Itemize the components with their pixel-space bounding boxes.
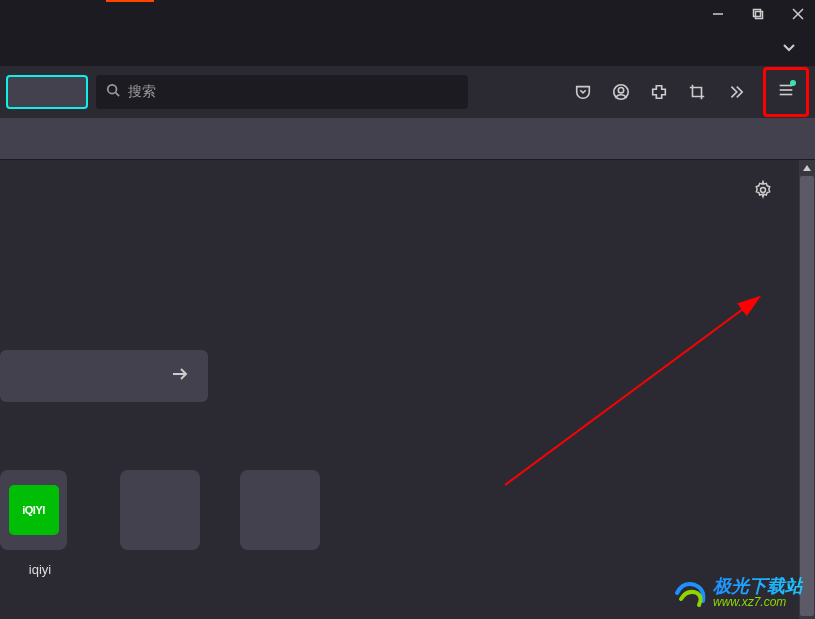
shortcut-tile[interactable] (120, 470, 200, 577)
homepage-search-bar[interactable] (0, 350, 208, 402)
address-bar[interactable] (6, 75, 88, 109)
shortcut-tiles: iQIYI iqiyi (0, 470, 320, 577)
shortcut-tile-iqiyi[interactable]: iQIYI iqiyi (0, 470, 80, 577)
svg-rect-1 (754, 10, 761, 17)
iqiyi-logo-icon: iQIYI (9, 485, 59, 535)
tile-label: iqiyi (29, 562, 51, 577)
tab-bar (0, 28, 815, 66)
screenshot-icon[interactable] (687, 82, 707, 102)
notification-dot (790, 80, 796, 86)
pocket-icon[interactable] (573, 82, 593, 102)
svg-point-8 (618, 88, 623, 93)
search-icon (106, 83, 120, 101)
tabs-dropdown-button[interactable] (779, 37, 799, 57)
bookmark-bar (0, 118, 815, 160)
settings-button[interactable] (751, 178, 775, 202)
window-controls (709, 5, 807, 23)
maximize-button[interactable] (749, 5, 767, 23)
svg-line-6 (116, 93, 120, 97)
watermark: 极光下载站 www.xz7.com (673, 575, 803, 611)
titlebar (0, 0, 815, 28)
extensions-icon[interactable] (649, 82, 669, 102)
close-button[interactable] (789, 5, 807, 23)
overflow-icon[interactable] (725, 82, 745, 102)
scroll-up-icon[interactable] (799, 160, 815, 176)
content-area: iQIYI iqiyi 极光下载 (0, 160, 815, 619)
tab-indicator (106, 0, 154, 2)
svg-rect-2 (756, 12, 763, 19)
scrollbar[interactable] (799, 160, 815, 619)
search-box[interactable]: 搜索 (96, 75, 468, 109)
svg-point-5 (108, 85, 117, 94)
minimize-button[interactable] (709, 5, 727, 23)
svg-line-16 (505, 298, 758, 485)
watermark-logo-icon (673, 575, 709, 611)
watermark-title: 极光下载站 (713, 577, 803, 597)
app-menu-button[interactable] (763, 67, 809, 117)
scrollbar-thumb[interactable] (800, 176, 814, 616)
toolbar-icons (573, 67, 809, 117)
arrow-right-icon (170, 364, 190, 388)
toolbar: 搜索 (0, 66, 815, 118)
svg-marker-12 (803, 165, 811, 171)
account-icon[interactable] (611, 82, 631, 102)
watermark-url: www.xz7.com (713, 596, 803, 609)
shortcut-tile[interactable] (240, 470, 320, 577)
svg-point-13 (761, 188, 766, 193)
search-placeholder: 搜索 (128, 83, 156, 101)
annotation-arrow (500, 280, 780, 500)
